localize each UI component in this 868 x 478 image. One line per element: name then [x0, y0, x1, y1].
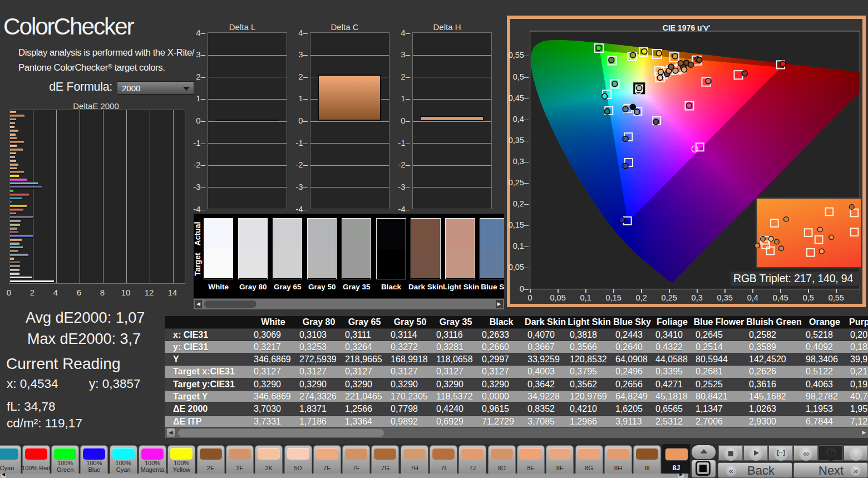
svg-text:RGB Triplet: 217, 140, 94: RGB Triplet: 217, 140, 94 [733, 272, 853, 284]
